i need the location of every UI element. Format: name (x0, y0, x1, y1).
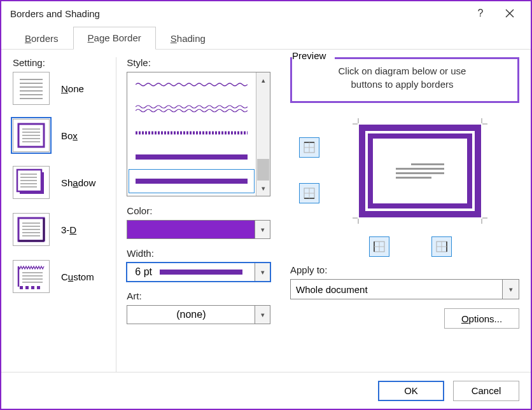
preview-label: Preview (292, 50, 335, 61)
color-label: Color: (127, 205, 279, 216)
preview-hint-line: buttons to apply borders (351, 79, 454, 90)
style-wave-small[interactable] (129, 72, 255, 97)
setting-item-label: 3-D (61, 224, 76, 235)
width-sample-icon (160, 270, 242, 275)
ok-button[interactable]: OK (378, 381, 444, 401)
art-value: (none) (127, 306, 255, 324)
setting-box[interactable]: Box (13, 119, 116, 152)
help-button[interactable]: ? (466, 4, 495, 23)
setting-shadow[interactable]: Shadow (13, 166, 116, 199)
dialog-window: Borders and Shading ? Borders Page Borde… (0, 0, 532, 410)
chevron-down-icon: ▾ (502, 280, 519, 299)
art-label: Art: (127, 290, 279, 301)
apply-to-value: Whole document (291, 280, 502, 299)
apply-to-label: Apply to: (290, 264, 519, 275)
preview-column: Preview Click on diagram below or use bu… (279, 57, 519, 372)
svg-rect-40 (136, 179, 248, 184)
style-thick-solid-2[interactable] (129, 169, 255, 193)
preview-area (290, 111, 519, 258)
chevron-down-icon: ▾ (255, 221, 270, 238)
setting-item-label: None (61, 83, 84, 94)
setting-none[interactable]: None (13, 72, 116, 105)
tab-page-border[interactable]: Page Border (73, 27, 156, 50)
svg-rect-37 (37, 286, 40, 289)
text-line-icon (411, 163, 444, 165)
window-title: Borders and Shading (10, 8, 100, 19)
width-value: 6 pt (135, 266, 152, 278)
setting-none-icon (13, 72, 50, 105)
border-top-button[interactable] (299, 137, 319, 158)
setting-column: Setting: None Box Shadow (13, 57, 116, 372)
apply-to-dropdown[interactable]: Whole document ▾ (290, 279, 519, 299)
svg-rect-39 (136, 154, 248, 160)
preview-hint: Click on diagram below or use buttons to… (297, 60, 507, 91)
setting-box-icon (13, 119, 50, 152)
width-label: Width: (127, 248, 279, 259)
title-bar: Borders and Shading ? (1, 1, 531, 25)
close-icon (505, 9, 514, 18)
preview-diagram[interactable] (359, 125, 481, 217)
text-line-icon (396, 172, 444, 174)
tab-borders[interactable]: Borders (10, 27, 73, 50)
width-value-area: 6 pt (127, 263, 255, 281)
setting-custom[interactable]: Custom (13, 260, 116, 293)
scroll-down-button[interactable]: ▾ (256, 181, 270, 196)
chevron-down-icon: ▾ (255, 263, 270, 281)
dialog-footer: OK Cancel (1, 372, 531, 409)
style-label: Style: (127, 57, 279, 68)
tab-shading[interactable]: Shading (156, 27, 220, 50)
style-thick-solid-1[interactable] (129, 145, 255, 169)
scroll-up-button[interactable]: ▴ (256, 72, 270, 88)
art-dropdown[interactable]: (none) ▾ (127, 305, 270, 324)
apply-to-row: Apply to: Whole document ▾ Options... (290, 264, 519, 329)
preview-header-box: Preview Click on diagram below or use bu… (290, 57, 519, 103)
scroll-thumb[interactable] (257, 159, 269, 181)
style-wave-double[interactable] (129, 97, 255, 121)
tab-bar: Borders Page Border Shading (1, 25, 531, 50)
chevron-down-icon: ▾ (255, 306, 270, 324)
setting-item-label: Shadow (61, 177, 95, 188)
setting-custom-icon (13, 260, 50, 293)
style-column: Style: (116, 57, 279, 372)
setting-3d[interactable]: 3-D (13, 213, 116, 246)
options-button[interactable]: Options... (444, 308, 519, 329)
setting-3d-icon (13, 213, 50, 246)
border-left-button[interactable] (369, 236, 389, 257)
close-button[interactable] (495, 4, 524, 23)
setting-shadow-icon (13, 166, 50, 199)
border-right-button[interactable] (431, 236, 452, 257)
svg-rect-36 (31, 286, 34, 289)
border-bottom-button[interactable] (299, 183, 319, 203)
style-dash-stripe[interactable] (129, 121, 255, 145)
preview-hint-line: Click on diagram below or use (339, 65, 466, 76)
setting-item-label: Custom (61, 271, 94, 282)
svg-rect-35 (25, 286, 29, 289)
options-button-label: ptions... (469, 313, 503, 324)
svg-rect-34 (20, 286, 23, 289)
text-line-icon (396, 177, 431, 179)
scroll-track[interactable] (256, 88, 270, 181)
style-scrollbar[interactable]: ▴ ▾ (256, 72, 270, 196)
cancel-button[interactable]: Cancel (453, 381, 519, 401)
setting-item-label: Box (61, 130, 78, 141)
color-dropdown[interactable]: ▾ (127, 220, 270, 239)
color-swatch (127, 221, 255, 238)
text-line-icon (396, 168, 444, 170)
dialog-content: Setting: None Box Shadow (1, 50, 531, 372)
style-list: ▴ ▾ (127, 72, 270, 196)
width-dropdown[interactable]: 6 pt ▾ (127, 263, 270, 282)
setting-label: Setting: (13, 57, 116, 68)
